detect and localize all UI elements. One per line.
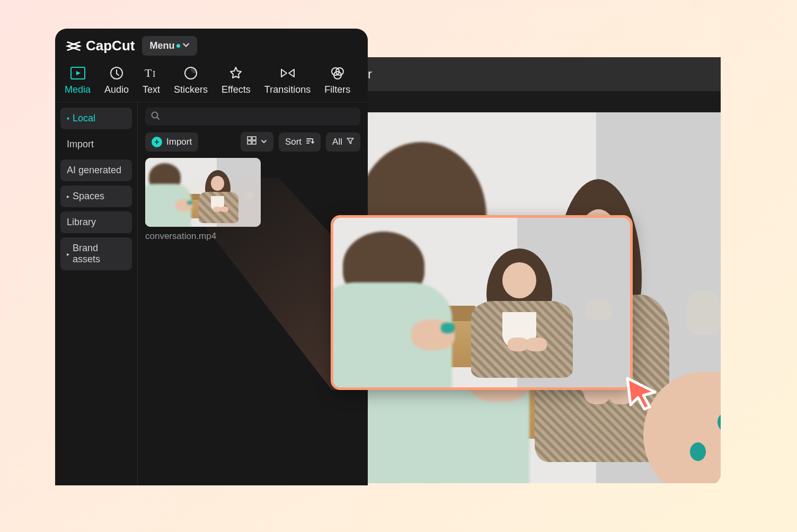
svg-rect-10 [252, 137, 256, 140]
tab-transitions[interactable]: Transitions [264, 65, 311, 95]
caret-right-icon: ▸ [67, 193, 69, 199]
sidebar-item-local[interactable]: ▾ Local [60, 108, 132, 129]
tab-label: Effects [222, 84, 251, 95]
audio-icon [108, 65, 125, 81]
tab-label: Transitions [264, 84, 311, 95]
tab-audio[interactable]: Audio [104, 65, 129, 95]
tab-label: Text [143, 84, 160, 95]
editor-topbar: CapCut Menu [55, 29, 368, 61]
chevron-down-icon [182, 40, 190, 51]
svg-rect-11 [247, 141, 251, 144]
editor-window: CapCut Menu Media Audio TI Text [55, 29, 368, 485]
capcut-logo-icon [66, 38, 82, 54]
sidebar-item-label: Local [73, 113, 95, 124]
sidebar-item-brand-assets[interactable]: ▸ Brand assets [60, 237, 132, 270]
sort-button[interactable]: Sort [279, 132, 321, 152]
sort-icon [306, 137, 314, 147]
sort-label: Sort [285, 137, 302, 147]
caret-down-icon: ▾ [67, 116, 69, 121]
sidebar-item-label: Library [67, 217, 96, 228]
app-name: CapCut [86, 38, 135, 54]
tab-stickers[interactable]: Stickers [174, 65, 208, 95]
sidebar-item-import[interactable]: Import [60, 134, 132, 155]
app-logo: CapCut [66, 38, 135, 54]
player-title: Player [321, 57, 721, 91]
search-icon [150, 111, 160, 122]
tab-text[interactable]: TI Text [143, 65, 160, 95]
menu-indicator-dot-icon [176, 44, 180, 48]
stickers-icon [182, 65, 199, 81]
svg-text:T: T [145, 66, 152, 79]
view-mode-button[interactable] [241, 132, 273, 152]
sidebar-item-label: Import [67, 139, 94, 150]
media-clip-thumbnail[interactable] [145, 158, 261, 227]
drag-preview-tile[interactable] [331, 215, 633, 390]
caret-right-icon: ▸ [67, 251, 69, 257]
filters-icon [329, 65, 346, 81]
plus-icon: + [152, 137, 162, 147]
cursor-arrow-icon [623, 374, 663, 414]
media-icon [69, 65, 86, 81]
effects-icon [227, 65, 244, 81]
tab-label: Media [65, 84, 91, 95]
filter-button[interactable]: All [326, 132, 360, 152]
menu-button[interactable]: Menu [142, 36, 197, 56]
sidebar-item-label: Spaces [73, 191, 104, 202]
sidebar-item-label: AI generated [67, 165, 121, 176]
text-icon: TI [143, 65, 160, 81]
tab-label: Filters [324, 84, 350, 95]
import-label: Import [166, 137, 192, 147]
media-clip-filename: conversation.mp4 [145, 231, 262, 242]
import-button[interactable]: + Import [145, 132, 198, 152]
svg-text:I: I [153, 69, 155, 78]
tab-media[interactable]: Media [65, 65, 91, 95]
sidebar-item-label: Brand assets [73, 243, 126, 265]
search-input[interactable] [145, 108, 360, 126]
tab-filters[interactable]: Filters [324, 65, 350, 95]
svg-rect-9 [247, 137, 251, 140]
menu-label: Menu [149, 40, 174, 51]
promo-canvas: Player CapCut Menu [8, 8, 721, 485]
category-tabs: Media Audio TI Text Stickers Effects Tra… [55, 61, 368, 102]
svg-rect-12 [252, 141, 256, 144]
chevron-down-icon [261, 137, 267, 147]
sidebar-item-spaces[interactable]: ▸ Spaces [60, 185, 132, 207]
sidebar-item-library[interactable]: Library [60, 211, 132, 233]
sidebar: ▾ Local Import AI generated ▸ Spaces Lib… [55, 102, 137, 485]
tab-effects[interactable]: Effects [222, 65, 251, 95]
transitions-icon [279, 65, 296, 81]
sidebar-item-ai-generated[interactable]: AI generated [60, 159, 132, 181]
filter-label: All [332, 137, 342, 147]
media-toolbar: + Import Sort [145, 132, 360, 152]
tab-label: Stickers [174, 84, 208, 95]
media-clip[interactable]: conversation.mp4 [145, 158, 262, 242]
filter-icon [347, 137, 354, 147]
tab-label: Audio [104, 84, 129, 95]
grid-view-icon [247, 136, 256, 147]
